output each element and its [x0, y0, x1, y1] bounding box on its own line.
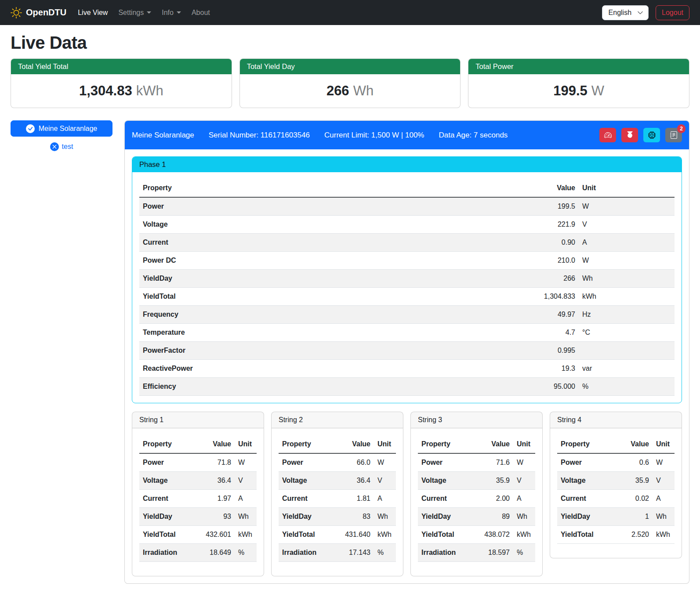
value-cell: 4.7: [526, 324, 579, 342]
card-title: Total Yield Total: [11, 59, 232, 74]
speedometer-icon: [604, 131, 612, 139]
string-table-body: Power66.0WVoltage36.4VCurrent1.81AYieldD…: [279, 453, 396, 562]
property-column-header: Property: [557, 435, 612, 453]
string-table-body: Power71.6WVoltage35.9VCurrent2.00AYieldD…: [418, 453, 535, 562]
value-cell: 1.81: [334, 490, 374, 508]
value-cell: 1,304.833: [526, 288, 579, 306]
nav-item-about[interactable]: About: [186, 5, 215, 20]
property-cell: YieldDay: [139, 270, 526, 288]
unit-cell: var: [579, 360, 675, 378]
property-column-header: Property: [418, 435, 473, 453]
nav-item-settings[interactable]: Settings: [113, 5, 156, 20]
inverter-select-button[interactable]: Meine Solaranlage: [11, 120, 112, 137]
unit-cell: W: [235, 453, 257, 472]
language-select-value: English: [609, 9, 631, 16]
property-cell: Irradiation: [139, 544, 194, 562]
table-row: Current0.90A: [139, 234, 675, 252]
power-settings-button[interactable]: [621, 128, 638, 142]
strings-row: String 1 Property Value Unit: [132, 412, 682, 576]
property-cell: YieldTotal: [139, 526, 194, 544]
unit-cell: Wh: [374, 508, 396, 526]
property-cell: Voltage: [557, 472, 612, 490]
unit-cell: kWh: [513, 526, 535, 544]
value-cell: 83: [334, 508, 374, 526]
unit-column-header: Unit: [513, 435, 535, 453]
panel-serial-number: Serial Number: 116171603546: [209, 131, 310, 140]
table-header-row: Property Value Unit: [279, 435, 396, 453]
table-row: Efficiency95.000%: [139, 378, 675, 396]
value-cell: 19.3: [526, 360, 579, 378]
inverter-test-link[interactable]: test: [11, 142, 112, 151]
unit-cell: V: [653, 472, 675, 490]
nav-item-info[interactable]: Info: [156, 5, 186, 20]
unit-cell: kWh: [653, 526, 675, 544]
unit-cell: A: [235, 490, 257, 508]
table-row: Power66.0W: [279, 453, 396, 472]
table-row: Frequency49.97Hz: [139, 306, 675, 324]
summary-card-total-yield-total: Total Yield Total 1,304.83kWh: [11, 58, 232, 108]
panel-current-limit: Current Limit: 1,500 W | 100%: [324, 131, 424, 140]
logout-button[interactable]: Logout: [656, 5, 689, 20]
cpu-icon: [648, 131, 656, 139]
table-row: Current1.97A: [139, 490, 257, 508]
property-column-header: Property: [279, 435, 334, 453]
nav-item-live-view[interactable]: Live View: [73, 5, 113, 20]
string-card-1: String 1 Property Value Unit: [132, 412, 264, 576]
limit-settings-button[interactable]: [599, 128, 616, 142]
value-cell: 199.5: [526, 197, 579, 216]
unit-cell: %: [235, 544, 257, 562]
phase-title: Phase 1: [132, 157, 682, 172]
value-cell: 432.601: [194, 526, 235, 544]
property-cell: Current: [418, 490, 473, 508]
value-column-header: Value: [194, 435, 235, 453]
property-cell: Current: [557, 490, 612, 508]
value-column-header: Value: [473, 435, 513, 453]
sun-icon: [11, 7, 22, 18]
journal-icon: [670, 131, 678, 139]
value-cell: 1: [612, 508, 653, 526]
brand-label: OpenDTU: [26, 7, 66, 18]
value-cell: 0.995: [526, 342, 579, 360]
unit-cell: W: [579, 197, 675, 216]
inverter-test-label: test: [62, 143, 73, 151]
table-row: Current2.00A: [418, 490, 535, 508]
property-cell: Power: [557, 453, 612, 472]
unit-cell: W: [513, 453, 535, 472]
unit-cell: °C: [579, 324, 675, 342]
property-cell: Power: [418, 453, 473, 472]
property-cell: YieldDay: [557, 508, 612, 526]
card-value: 199.5: [553, 83, 588, 98]
event-count-badge: 2: [677, 124, 685, 133]
table-row: YieldDay1Wh: [557, 508, 675, 526]
unit-cell: V: [513, 472, 535, 490]
device-info-button[interactable]: [643, 128, 660, 142]
string-table: Property Value Unit Power71.6WVoltage35.…: [418, 435, 535, 562]
unit-cell: A: [579, 234, 675, 252]
property-cell: YieldTotal: [418, 526, 473, 544]
card-unit: kWh: [136, 83, 163, 98]
unit-cell: %: [513, 544, 535, 562]
inverter-select-label: Meine Solaranlage: [39, 125, 97, 133]
property-cell: PowerFactor: [139, 342, 526, 360]
unit-cell: W: [579, 252, 675, 270]
value-cell: 266: [526, 270, 579, 288]
card-unit: Wh: [353, 83, 374, 98]
property-cell: Voltage: [139, 472, 194, 490]
brand[interactable]: OpenDTU: [11, 7, 66, 18]
unit-column-header: Unit: [653, 435, 675, 453]
value-cell: 36.4: [194, 472, 235, 490]
language-select[interactable]: English: [602, 5, 649, 20]
event-log-button[interactable]: 2: [665, 128, 682, 142]
property-cell: Power: [139, 453, 194, 472]
card-value: 266: [326, 83, 349, 98]
unit-column-header: Unit: [235, 435, 257, 453]
table-row: Power71.8W: [139, 453, 257, 472]
card-value: 1,304.83: [79, 83, 132, 98]
table-row: Current1.81A: [279, 490, 396, 508]
phase-table-body: Power199.5WVoltage221.9VCurrent0.90APowe…: [139, 197, 675, 396]
property-column-header: Property: [139, 435, 194, 453]
table-row: Voltage36.4V: [279, 472, 396, 490]
string-card-3: String 3 Property Value Unit: [410, 412, 543, 576]
property-cell: Irradiation: [418, 544, 473, 562]
table-row: Voltage35.9V: [418, 472, 535, 490]
